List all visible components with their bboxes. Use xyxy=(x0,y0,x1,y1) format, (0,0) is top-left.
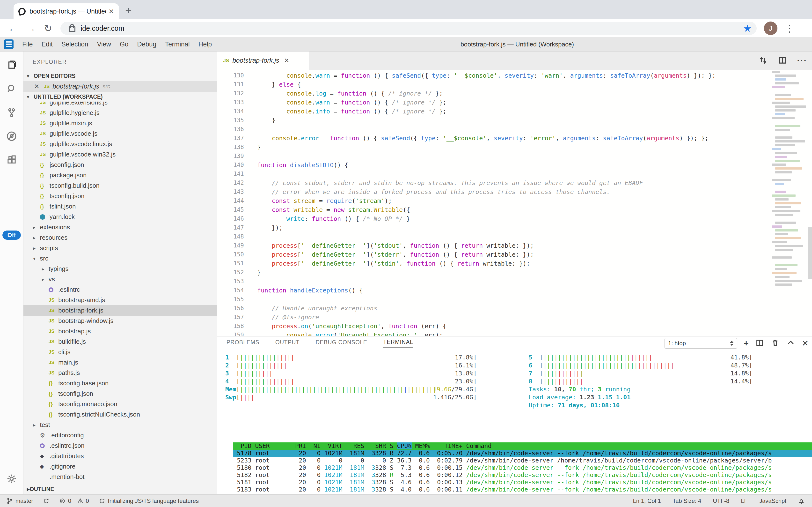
tree-item-tsconfig.strictNullChecks.json[interactable]: {}tsconfig.strictNullChecks.json xyxy=(23,409,217,420)
tree-item-.eslintrc[interactable]: .eslintrc xyxy=(23,284,217,295)
panel-tab-debug-console[interactable]: DEBUG CONSOLE xyxy=(315,339,367,347)
cursor-position[interactable]: Ln 1, Col 1 xyxy=(633,498,661,504)
process-row[interactable]: 20 root 20 0 1344M 62052 1952 S 3.3 0.2 … xyxy=(233,493,812,494)
menu-view[interactable]: View xyxy=(92,41,115,48)
tree-item-.eslintrc.json[interactable]: .eslintrc.json xyxy=(23,441,217,451)
tree-item-gulpfile.vscode.js[interactable]: JSgulpfile.vscode.js xyxy=(23,128,217,139)
tree-item-resources[interactable]: ▸resources xyxy=(23,232,217,243)
outline-header[interactable]: ▸ OUTLINE xyxy=(23,484,217,494)
tree-item-tslint.json[interactable]: {}tslint.json xyxy=(23,201,217,212)
editor-scrollbar[interactable] xyxy=(808,227,812,279)
sync-changes-icon[interactable] xyxy=(758,55,768,66)
address-bar[interactable]: ide.coder.com ★ xyxy=(60,22,757,35)
source-control-icon[interactable] xyxy=(0,104,23,121)
tree-item-buildfile.js[interactable]: JSbuildfile.js xyxy=(23,336,217,347)
extensions-icon[interactable] xyxy=(0,151,23,169)
close-panel-icon[interactable]: ✕ xyxy=(802,338,809,348)
tree-item-tsconfig.build.json[interactable]: {}tsconfig.build.json xyxy=(23,180,217,191)
close-icon[interactable]: ✕ xyxy=(284,57,289,64)
git-branch-item[interactable]: master xyxy=(6,498,33,504)
editor-tab[interactable]: JS bootstrap-fork.js ✕ xyxy=(217,52,309,70)
menu-debug[interactable]: Debug xyxy=(133,41,161,48)
tree-item-bootstrap-window.js[interactable]: JSbootstrap-window.js xyxy=(23,316,217,326)
tab-close-icon[interactable]: ✕ xyxy=(109,7,114,15)
tree-item-scripts[interactable]: ▸scripts xyxy=(23,243,217,253)
tree-item-tsconfig.base.json[interactable]: {}tsconfig.base.json xyxy=(23,378,217,389)
tree-item-extensions[interactable]: ▸extensions xyxy=(23,222,217,232)
tree-item-gulpfile.extensions.js[interactable]: JSgulpfile.extensions.js xyxy=(23,102,217,108)
tree-item-tsconfig.monaco.json[interactable]: {}tsconfig.monaco.json xyxy=(23,399,217,409)
code-editor[interactable]: 130 console.warn = function () { safeSen… xyxy=(217,70,812,336)
settings-gear-icon[interactable] xyxy=(0,470,23,488)
tree-item-typings[interactable]: ▸typings xyxy=(23,264,217,274)
url-text[interactable]: ide.coder.com xyxy=(81,24,743,33)
close-icon[interactable]: ✕ xyxy=(34,83,40,90)
workspace-header[interactable]: ▾ UNTITLED (WORKSPACE) xyxy=(23,92,217,102)
menu-selection[interactable]: Selection xyxy=(57,41,92,48)
tree-item-tsconfig.json[interactable]: {}tsconfig.json xyxy=(23,389,217,399)
new-terminal-icon[interactable]: + xyxy=(744,339,749,348)
new-tab-button[interactable]: + xyxy=(125,5,131,16)
more-actions-icon[interactable]: ··· xyxy=(797,56,807,66)
tree-item-package.json[interactable]: {}package.json xyxy=(23,170,217,180)
tree-item-jsconfig.json[interactable]: {}jsconfig.json xyxy=(23,160,217,170)
split-terminal-icon[interactable] xyxy=(755,338,764,348)
tree-item-.mention-bot[interactable]: ≡.mention-bot xyxy=(23,472,217,482)
language-mode[interactable]: JavaScript xyxy=(759,498,787,504)
terminal-select[interactable]: 1: htop xyxy=(665,338,737,349)
process-row[interactable]: 5182 root 20 0 1021M 181M 3328 R 5.3 0.6… xyxy=(233,471,812,479)
tree-item-gulpfile.vscode.win32.js[interactable]: JSgulpfile.vscode.win32.js xyxy=(23,149,217,160)
back-icon[interactable]: ← xyxy=(8,23,18,34)
tree-item-main.js[interactable]: JSmain.js xyxy=(23,357,217,368)
tree-item-.gitignore[interactable]: ◆.gitignore xyxy=(23,461,217,472)
panel-tab-output[interactable]: OUTPUT xyxy=(275,339,300,347)
tree-item-test[interactable]: ▸test xyxy=(23,420,217,430)
tree-item-bootstrap-fork.js[interactable]: JSbootstrap-fork.js xyxy=(23,305,217,316)
tree-item-.gitattributes[interactable]: ◆.gitattributes xyxy=(23,451,217,461)
process-row[interactable]: 5181 root 20 0 1021M 181M 3328 S 4.6 0.6… xyxy=(233,479,812,486)
sync-icon[interactable] xyxy=(43,498,50,504)
avatar[interactable]: J xyxy=(764,21,777,35)
tree-item-tsconfig.json[interactable]: {}tsconfig.json xyxy=(23,191,217,201)
tree-item-.editorconfig[interactable]: ⚙.editorconfig xyxy=(23,430,217,441)
tree-item-paths.js[interactable]: JSpaths.js xyxy=(23,368,217,378)
tree-item-yarn.lock[interactable]: yarn.lock xyxy=(23,212,217,222)
tree-item-bootstrap-amd.js[interactable]: JSbootstrap-amd.js xyxy=(23,295,217,305)
process-row[interactable]: 5178 root 20 0 1021M 181M 3328 R 72.7 0.… xyxy=(233,450,812,457)
problems-item[interactable]: 0 0 xyxy=(59,498,89,504)
language-status-item[interactable]: Initializing JS/TS language features xyxy=(99,498,199,504)
status-badge[interactable]: Off xyxy=(2,230,21,240)
tab-size[interactable]: Tab Size: 4 xyxy=(673,498,701,504)
process-row[interactable]: 5180 root 20 0 1021M 181M 3328 S 7.3 0.6… xyxy=(233,464,812,471)
encoding[interactable]: UTF-8 xyxy=(713,498,729,504)
tree-item-bootstrap.js[interactable]: JSbootstrap.js xyxy=(23,326,217,336)
open-editor-item[interactable]: ✕ JS bootstrap-fork.js src xyxy=(23,81,217,92)
search-icon[interactable] xyxy=(0,80,23,98)
app-logo-icon[interactable] xyxy=(4,40,13,49)
maximize-panel-icon[interactable] xyxy=(787,338,795,348)
tree-item-gulpfile.mixin.js[interactable]: JSgulpfile.mixin.js xyxy=(23,118,217,128)
process-row[interactable]: 5183 root 20 0 1021M 181M 3328 S 4.0 0.6… xyxy=(233,486,812,493)
browser-tab[interactable]: bootstrap-fork.js — Untitled (W ✕ xyxy=(13,3,119,19)
browser-menu-icon[interactable]: ⋮ xyxy=(785,23,794,34)
debug-disabled-icon[interactable] xyxy=(0,127,23,145)
menu-file[interactable]: File xyxy=(18,41,37,48)
forward-icon[interactable]: → xyxy=(26,23,36,34)
tree-item-gulpfile.vscode.linux.js[interactable]: JSgulpfile.vscode.linux.js xyxy=(23,139,217,149)
notifications-bell-icon[interactable] xyxy=(798,498,805,504)
tree-item-gulpfile.hygiene.js[interactable]: JSgulpfile.hygiene.js xyxy=(23,108,217,118)
tree-item-vs[interactable]: ▸vs xyxy=(23,274,217,284)
terminal[interactable]: 1[|||||||||||||||17.8%]2[|||||||||||||16… xyxy=(225,353,812,494)
kill-terminal-icon[interactable] xyxy=(771,338,779,348)
split-editor-icon[interactable] xyxy=(778,55,787,66)
menu-terminal[interactable]: Terminal xyxy=(161,41,194,48)
open-editors-header[interactable]: ▾ OPEN EDITORS xyxy=(23,71,217,81)
menu-help[interactable]: Help xyxy=(194,41,216,48)
reload-icon[interactable]: ↻ xyxy=(44,23,52,34)
tree-item-src[interactable]: ▾src xyxy=(23,253,217,264)
menu-go[interactable]: Go xyxy=(115,41,133,48)
bookmark-star-icon[interactable]: ★ xyxy=(743,23,752,34)
menu-edit[interactable]: Edit xyxy=(37,41,57,48)
eol[interactable]: LF xyxy=(741,498,748,504)
tree-item-cli.js[interactable]: JScli.js xyxy=(23,347,217,357)
